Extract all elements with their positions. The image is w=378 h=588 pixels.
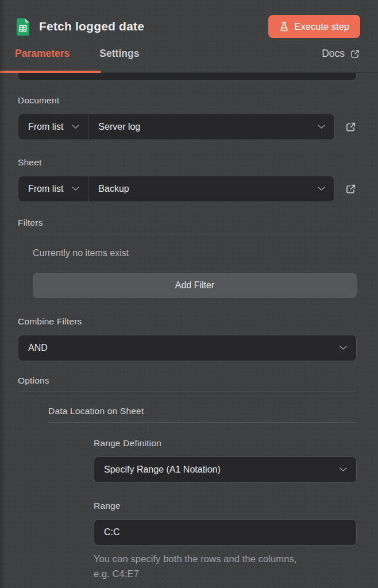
options-divider: [18, 392, 357, 392]
range-definition-select[interactable]: Specify Range (A1 Notation): [94, 457, 357, 483]
range-value: C:C: [104, 527, 347, 537]
range-input[interactable]: C:C: [94, 519, 357, 546]
tab-settings[interactable]: Settings: [99, 48, 139, 72]
chevron-down-icon: [340, 346, 347, 350]
chevron-down-icon: [72, 125, 79, 129]
document-value: Server log: [98, 122, 318, 132]
document-field[interactable]: From list Server log: [18, 114, 335, 140]
filters-divider: [18, 234, 357, 234]
filters-label: Filters: [18, 218, 357, 228]
sheet-field[interactable]: From list Backup: [18, 176, 335, 202]
parameters-panel: Document From list Server log: [0, 73, 378, 581]
document-label: Document: [18, 95, 357, 106]
sheet-value-select[interactable]: Backup: [88, 184, 334, 194]
document-mode-select[interactable]: From list: [18, 114, 88, 140]
scrolled-input-partial[interactable]: [18, 73, 357, 81]
docs-link[interactable]: Docs: [322, 48, 360, 72]
document-mode-value: From list: [28, 122, 63, 132]
data-location-divider: [48, 422, 357, 423]
sheet-value: Backup: [98, 184, 318, 194]
docs-label: Docs: [322, 48, 345, 60]
range-label: Range: [94, 501, 357, 511]
external-link-icon: [350, 49, 360, 59]
options-label: Options: [18, 376, 357, 386]
chevron-down-icon: [318, 125, 325, 129]
tab-bar: Parameters Settings Docs: [0, 41, 378, 73]
document-value-select[interactable]: Server log: [88, 122, 334, 132]
sheet-field-row: From list Backup: [18, 176, 357, 202]
open-sheet-external-icon[interactable]: [345, 183, 357, 195]
range-help-line-1: You can specify both the rows and the co…: [94, 551, 357, 566]
flask-icon: [279, 22, 289, 32]
filters-empty-text: Currently no items exist: [33, 248, 357, 258]
combine-filters-value: AND: [28, 343, 340, 353]
node-header: Fetch logged date Execute step: [0, 0, 378, 41]
open-document-external-icon[interactable]: [345, 121, 357, 133]
node-title: Fetch logged date: [39, 20, 268, 33]
combine-filters-label: Combine Filters: [18, 316, 357, 327]
document-field-row: From list Server log: [18, 114, 357, 140]
sheet-mode-select[interactable]: From list: [18, 176, 88, 202]
add-filter-button[interactable]: Add Filter: [33, 273, 357, 298]
chevron-down-icon: [72, 187, 79, 191]
tab-parameters[interactable]: Parameters: [15, 48, 70, 72]
range-definition-value: Specify Range (A1 Notation): [104, 465, 340, 475]
data-location-label: Data Location on Sheet: [48, 406, 357, 416]
range-help-text: You can specify both the rows and the co…: [94, 551, 357, 581]
sheet-mode-value: From list: [28, 184, 63, 194]
range-definition-label: Range Definition: [94, 438, 357, 448]
execute-step-button[interactable]: Execute step: [268, 15, 360, 38]
chevron-down-icon: [318, 187, 325, 191]
google-sheets-icon: [17, 18, 29, 36]
chevron-down-icon: [340, 467, 347, 472]
combine-filters-select[interactable]: AND: [18, 335, 357, 361]
sheet-label: Sheet: [18, 157, 357, 168]
range-help-line-2: e.g. C4:E7: [94, 566, 357, 581]
execute-step-label: Execute step: [295, 21, 349, 32]
